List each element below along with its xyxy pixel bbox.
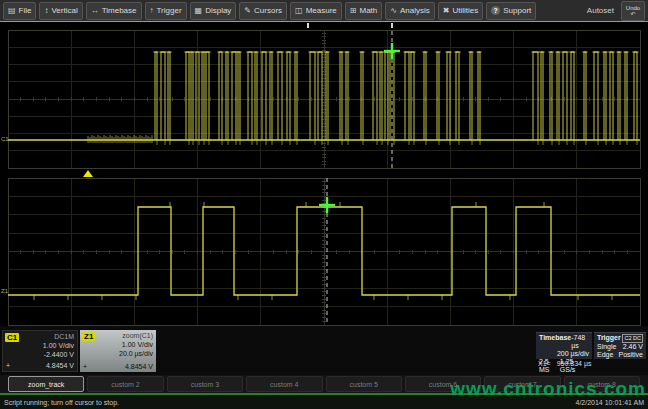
menu-item-measure[interactable]: ◫Measure <box>290 2 342 20</box>
zoom-track-button[interactable]: zoom_track <box>8 376 84 392</box>
menu-item-math[interactable]: ⊞Math <box>345 2 383 20</box>
timebase-scale: 200 µs/div <box>557 350 589 358</box>
trigger-position-markers <box>308 23 392 28</box>
z1-vscale: 1.00 V/div <box>83 340 153 349</box>
calculator-icon: ⊞ <box>350 7 357 15</box>
menu-item-label: Trigger <box>157 6 182 15</box>
timebase-offset: -748 µs <box>571 334 589 350</box>
oscilloscope-app: C1 Z1 ▤File ↕Vertical ↔Timebase ↑Trigger… <box>0 0 648 409</box>
menu-item-label: Cursors <box>254 6 282 15</box>
z1-source: zoom(C1) <box>83 331 153 340</box>
custom-2-button[interactable]: custom 2 <box>87 376 163 392</box>
status-message: Script running; turn off cursor to stop. <box>4 399 119 406</box>
trigger-title: Trigger <box>597 334 621 343</box>
menu-item-trigger[interactable]: ↑Trigger <box>145 2 187 20</box>
menu-item-display[interactable]: ▦Display <box>190 2 237 20</box>
c1-offset: -2.4400 V <box>6 350 74 359</box>
info-strip: C1 DC1M 1.00 V/div -2.4400 V + 4.8454 V … <box>0 326 648 375</box>
cursor-x1-label: X1= <box>538 360 551 367</box>
question-mark-icon: ? <box>491 6 500 15</box>
menu-item-timebase[interactable]: ↔Timebase <box>86 2 142 20</box>
menu-item-utilities[interactable]: ✖Utilities <box>438 2 483 20</box>
trigger-level: 2.46 V <box>623 343 643 351</box>
trigger-descriptor[interactable]: TriggerC2 DC Single2.46 V EdgePositive <box>594 332 646 359</box>
bottom-graticule <box>8 178 640 325</box>
menu-item-label: Utilities <box>452 6 478 15</box>
menu-item-label: Timebase <box>102 6 137 15</box>
custom-5-button[interactable]: custom 5 <box>326 376 402 392</box>
cursor-x1-value: 950.834 µs <box>557 360 592 367</box>
c1-trace-edge-label: C1 <box>1 136 9 142</box>
caliper-icon: ◫ <box>295 7 303 15</box>
tools-icon: ✖ <box>443 7 450 15</box>
waveform-chart-icon: ∿ <box>390 7 397 15</box>
trigger-arrow-icon: ↑ <box>150 7 154 15</box>
zoom-position-marker[interactable] <box>83 170 93 177</box>
c1-cursor-value: 4.8454 V <box>46 361 74 370</box>
trigger-mode: Single <box>597 343 616 351</box>
timebase-descriptor[interactable]: Timebase-748 µs 200 µs/div 2.5 MS1.25 GS… <box>536 332 592 359</box>
menu-item-label: Support <box>503 6 531 15</box>
menu-item-cursors[interactable]: ✎Cursors <box>239 2 287 20</box>
z1-trace-edge-label: Z1 <box>1 288 8 294</box>
cursor-readout: X1= 950.834 µs <box>538 360 591 367</box>
horizontal-arrows-icon: ↔ <box>91 7 99 15</box>
watermark: www.cntronics.com <box>450 378 646 400</box>
channel-c1-descriptor[interactable]: C1 DC1M 1.00 V/div -2.4400 V + 4.8454 V <box>2 330 78 372</box>
undo-button[interactable]: Undo ↶ <box>621 1 645 21</box>
z1-cursor-marker-icon: + <box>83 362 87 371</box>
custom-3-button[interactable]: custom 3 <box>167 376 243 392</box>
vertical-arrows-icon: ↕ <box>44 7 48 15</box>
menu-item-support[interactable]: ?Support <box>486 2 536 20</box>
cursor-top[interactable] <box>384 24 400 168</box>
display-screen-icon: ▦ <box>195 7 203 15</box>
autoset-button[interactable]: Autoset <box>587 6 618 15</box>
custom-4-button[interactable]: custom 4 <box>246 376 322 392</box>
menu-item-label: Math <box>359 6 377 15</box>
menu-item-label: Measure <box>306 6 337 15</box>
menu-item-label: Vertical <box>51 6 77 15</box>
menu-item-vertical[interactable]: ↕Vertical <box>39 2 82 20</box>
menu-item-label: File <box>19 6 32 15</box>
z1-hscale: 20.0 µs/div <box>83 349 153 358</box>
z1-cursor-value: 4.8454 V <box>125 362 153 371</box>
cursor-pencil-icon: ✎ <box>244 7 251 15</box>
c1-vscale: 1.00 V/div <box>6 341 74 350</box>
file-icon: ▤ <box>8 7 16 15</box>
c1-cursor-marker-icon: + <box>6 361 10 370</box>
menu-item-label: Display <box>205 6 231 15</box>
timebase-title: Timebase <box>539 334 571 350</box>
c1-coupling: DC1M <box>6 332 74 341</box>
trigger-source-badge: C2 DC <box>622 334 643 343</box>
trigger-slope: Positive <box>618 351 643 359</box>
menu-item-analysis[interactable]: ∿Analysis <box>385 2 435 20</box>
trigger-kind: Edge <box>597 351 613 359</box>
menu-item-file[interactable]: ▤File <box>3 2 36 20</box>
undo-arrow-icon: ↶ <box>630 11 635 17</box>
zoom-z1-descriptor[interactable]: Z1 zoom(C1) 1.00 V/div 20.0 µs/div + 4.8… <box>80 330 156 372</box>
top-graticule <box>8 30 640 168</box>
menu-bar: ▤File ↕Vertical ↔Timebase ↑Trigger ▦Disp… <box>0 0 648 22</box>
menu-item-label: Analysis <box>400 6 430 15</box>
